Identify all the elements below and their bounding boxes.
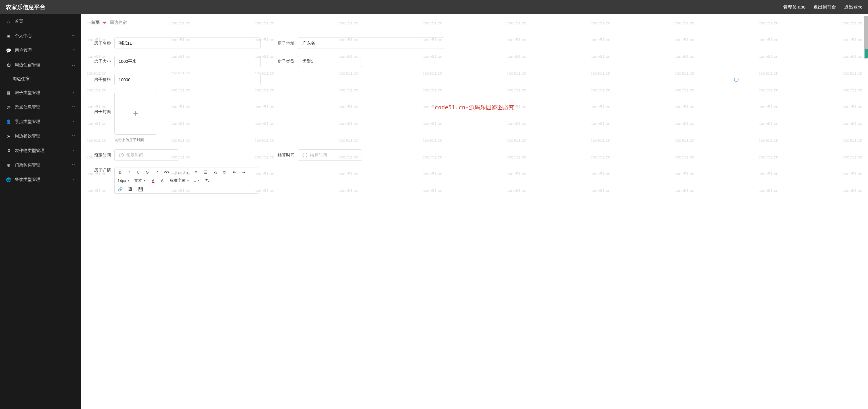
logout-button[interactable]: 退出登录 [844,4,862,10]
sidebar-item-home[interactable]: ⌂ 首页 [0,14,81,29]
house-size-label: 房子大小 [91,59,111,64]
strike-icon[interactable]: S [145,170,150,175]
font-family-select[interactable]: 标准字体▾ [170,178,189,183]
ordered-list-icon[interactable]: ≡ [194,170,199,175]
subscript-icon[interactable]: x₂ [213,170,218,175]
sidebar-subitem-lodging[interactable]: 周边住宿 [0,72,81,86]
main-content: code51.cncode51.cncode51.cncode51.cncode… [81,14,868,409]
sidebar-item-label: 个人中心 [15,33,32,39]
home-icon: ⌂ [6,19,11,24]
house-size-input[interactable] [114,56,260,67]
link-icon[interactable]: 🔗 [118,186,123,192]
sidebar-item-label: 周边住宿管理 [15,62,40,67]
house-detail-label: 房子详情 [91,168,111,173]
sidebar-item-scenic-info[interactable]: ◷ 景点信息管理 ﹀ [0,100,81,114]
h2-icon[interactable]: H₂ [183,170,188,175]
breadcrumb-home[interactable]: 首页 [91,20,100,25]
house-addr-input[interactable] [298,37,444,49]
target-icon: ⊕ [6,163,11,168]
settle-time-placeholder: 结算时间 [310,152,327,158]
upload-hint: 点击上传房子封面 [114,138,157,143]
align-select[interactable]: ≡▾ [194,178,199,183]
sidebar-item-label: 房子类型管理 [15,90,40,95]
chevron-down-icon: ﹀ [72,177,75,182]
clock-icon: ◷ [6,105,11,110]
divider [99,29,850,29]
sidebar-item-dining[interactable]: ➤ 周边餐饮管理 ﹀ [0,129,81,143]
brand-title: 农家乐信息平台 [6,3,45,11]
heart-icon: ❤ [103,21,106,25]
sidebar-item-ticket[interactable]: ⊕ 门票购买管理 ﹀ [0,158,81,172]
house-name-label: 房子名称 [91,40,111,46]
chevron-down-icon: ﹀ [72,148,75,153]
person-icon: 👤 [6,119,11,124]
topbar-right: 管理员 abo 退出到前台 退出登录 [783,4,862,10]
book-time-input[interactable]: 🕘 预定时间 [114,149,178,161]
chevron-down-icon: ﹀ [72,119,75,124]
clear-format-icon[interactable]: Tₓ [205,178,210,183]
editor-toolbar-2: 14px▾ 文本▾ A A 标准字体▾ ≡▾ Tₓ [115,176,259,185]
power-icon: ⏻ [6,62,11,67]
sidebar-item-user-mgmt[interactable]: 💬 用户管理 ﹀ [0,43,81,58]
superscript-icon[interactable]: x² [222,170,227,175]
underline-icon[interactable]: U [136,170,141,175]
topbar: 农家乐信息平台 管理员 abo 退出到前台 退出登录 [0,0,868,14]
chat-icon: 💬 [6,48,11,53]
cover-upload-box[interactable]: + [114,92,157,135]
grid-icon: ▦ [6,90,11,95]
chevron-down-icon: ﹀ [72,48,75,53]
unordered-list-icon[interactable]: ☰ [203,170,208,175]
house-type-select[interactable]: 类型1 ﹀ [298,56,362,67]
outdent-icon[interactable]: ⇤ [232,170,237,175]
sidebar-item-dining-type[interactable]: 🌐 餐饮类型管理 ﹀ [0,172,81,187]
chevron-down-icon: ﹀ [72,134,75,139]
monitor-icon: 🖥 [6,148,11,153]
save-icon[interactable]: 💾 [138,186,143,192]
h1-icon[interactable]: H₁ [174,170,179,175]
admin-label[interactable]: 管理员 abo [783,4,806,10]
sidebar-item-label: 用户管理 [15,48,32,53]
quote-icon[interactable]: ❝ [155,170,160,175]
settle-time-input[interactable]: 🕘 结算时间 [298,149,362,161]
sidebar-item-house-type[interactable]: ▦ 房子类型管理 ﹀ [0,86,81,100]
sidebar-item-label: 首页 [15,19,23,24]
house-type-label: 房子类型 [275,59,294,64]
italic-icon[interactable]: I [127,170,132,175]
plus-icon: + [133,108,138,119]
sidebar-item-lodging-mgmt[interactable]: ⏻ 周边住宿管理 ︿ [0,58,81,72]
chevron-up-icon: ︿ [72,62,75,67]
form: 房子名称 房子地址 房子大小 房子类型 类型1 ﹀ [83,32,866,201]
bold-icon[interactable]: B [118,170,123,175]
settle-time-label: 结算时间 [275,152,294,158]
sidebar-item-crop-type[interactable]: 🖥 农作物类型管理 ﹀ [0,143,81,158]
sidebar-item-personal[interactable]: ▣ 个人中心 ﹀ [0,29,81,43]
editor-toolbar: B I U S ❝ </> H₁ H₂ [115,168,259,176]
globe-icon: 🌐 [6,177,11,182]
chevron-down-icon: ﹀ [72,90,75,95]
rich-text-editor[interactable]: B I U S ❝ </> H₁ H₂ [114,168,259,194]
sidebar-item-label: 景点信息管理 [15,105,40,110]
book-time-placeholder: 预定时间 [126,152,143,158]
house-price-input[interactable] [114,74,260,85]
exit-front-button[interactable]: 退出到前台 [813,4,836,10]
sidebar: ⌂ 首页 ▣ 个人中心 ﹀ 💬 用户管理 ﹀ ⏻ 周边住宿管理 ︿ 周边住宿 ▦… [0,14,81,409]
sidebar-subitem-label: 周边住宿 [12,76,30,81]
house-name-input[interactable] [114,37,260,49]
code-icon[interactable]: </> [164,170,169,175]
breadcrumb-current: 周边住宿 [110,20,127,25]
sidebar-item-scenic-type[interactable]: 👤 景点类型管理 ﹀ [0,114,81,129]
loading-spinner-icon [734,77,739,82]
bg-color-icon[interactable]: A [159,178,165,183]
send-icon: ➤ [6,134,11,139]
sidebar-item-label: 景点类型管理 [15,119,40,124]
chevron-down-icon: ﹀ [72,163,75,168]
font-color-icon[interactable]: A [150,178,156,183]
chevron-down-icon: ﹀ [72,33,75,38]
indent-icon[interactable]: ⇥ [241,170,246,175]
text-style-select[interactable]: 文本▾ [134,178,145,183]
scroll-marker [865,49,868,58]
image-icon[interactable]: 🖼 [128,186,133,192]
sidebar-item-label: 餐饮类型管理 [15,177,40,182]
house-type-value: 类型1 [302,59,313,64]
font-size-select[interactable]: 14px▾ [118,178,129,183]
